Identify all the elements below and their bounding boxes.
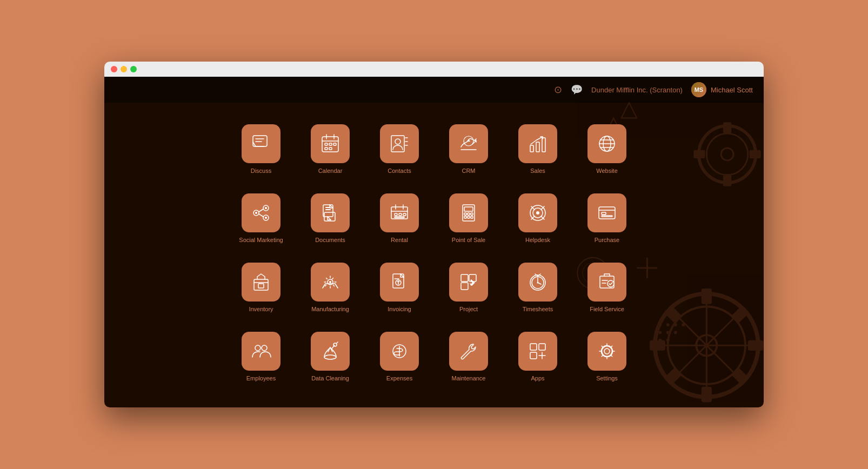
svg-rect-82 <box>395 213 397 216</box>
app-item-helpdesk[interactable]: Helpdesk <box>511 193 565 247</box>
purchase-label: Purchase <box>595 237 619 244</box>
svg-rect-110 <box>461 283 468 290</box>
rental-label: Rental <box>391 237 408 244</box>
svg-point-120 <box>255 345 261 351</box>
app-item-manufacturing[interactable]: Manufacturing <box>303 263 357 317</box>
svg-point-124 <box>333 343 337 346</box>
svg-point-121 <box>262 345 267 351</box>
avatar-image: MS <box>691 82 706 97</box>
app-item-project[interactable]: Project <box>442 263 496 317</box>
purchase-icon[interactable] <box>587 193 626 232</box>
minimize-button[interactable] <box>121 66 127 72</box>
app-item-inventory[interactable]: Inventory <box>234 263 288 317</box>
svg-line-69 <box>259 209 263 212</box>
app-item-calendar[interactable]: Calendar <box>303 124 357 178</box>
svg-rect-50 <box>325 148 328 150</box>
app-item-data-cleaning[interactable]: Data Cleaning <box>303 332 357 386</box>
svg-rect-127 <box>530 344 537 350</box>
timesheets-label: Timesheets <box>523 306 553 313</box>
user-menu[interactable]: MS Michael Scott <box>691 82 753 97</box>
website-icon[interactable] <box>587 124 626 163</box>
app-item-timesheets[interactable]: Timesheets <box>511 263 565 317</box>
svg-rect-101 <box>254 279 268 290</box>
maximize-button[interactable] <box>130 66 137 72</box>
app-item-crm[interactable]: CRM <box>442 124 496 178</box>
svg-rect-47 <box>325 143 328 145</box>
app-item-field-service[interactable]: Field Service <box>580 263 634 317</box>
svg-rect-83 <box>399 213 402 216</box>
timesheets-icon[interactable] <box>518 263 557 302</box>
documents-label: Documents <box>315 237 345 244</box>
svg-point-122 <box>324 355 336 359</box>
svg-rect-99 <box>602 212 606 215</box>
app-item-expenses[interactable]: Expenses <box>372 332 426 386</box>
topbar: ⊙ 💬 Dunder Mifflin Inc. (Scranton) MS Mi… <box>104 77 764 103</box>
field-service-icon[interactable] <box>587 263 626 302</box>
maintenance-icon[interactable] <box>449 332 488 371</box>
chat-icon[interactable]: 💬 <box>571 84 583 96</box>
settings-icon[interactable] <box>587 332 626 371</box>
traffic-lights <box>111 66 137 72</box>
maintenance-label: Maintenance <box>452 375 486 382</box>
app-item-rental[interactable]: Rental <box>372 193 426 247</box>
svg-point-133 <box>602 346 612 357</box>
svg-point-96 <box>536 211 539 215</box>
sales-icon[interactable] <box>518 124 557 163</box>
svg-point-132 <box>604 349 610 354</box>
svg-rect-88 <box>464 213 466 215</box>
rental-icon[interactable] <box>380 193 419 232</box>
social-marketing-icon[interactable] <box>242 193 281 232</box>
svg-rect-87 <box>464 207 473 211</box>
project-icon[interactable] <box>449 263 488 302</box>
app-item-settings[interactable]: Settings <box>580 332 634 386</box>
close-button[interactable] <box>111 66 117 72</box>
svg-rect-109 <box>469 274 476 282</box>
crm-icon[interactable] <box>449 124 488 163</box>
inventory-icon[interactable] <box>242 263 281 302</box>
contacts-icon[interactable] <box>380 124 419 163</box>
crm-label: CRM <box>462 168 475 175</box>
app-item-sales[interactable]: Sales <box>511 124 565 178</box>
svg-point-72 <box>265 207 267 209</box>
svg-line-125 <box>337 342 338 343</box>
manufacturing-icon[interactable] <box>311 263 350 302</box>
app-item-social-marketing[interactable]: Social Marketing <box>234 193 288 247</box>
invoicing-label: Invoicing <box>388 306 411 313</box>
documents-icon[interactable] <box>311 193 350 232</box>
help-icon[interactable]: ⊙ <box>554 84 562 96</box>
app-item-contacts[interactable]: Contacts <box>372 124 426 178</box>
expenses-icon[interactable] <box>380 332 419 371</box>
apps-icon[interactable] <box>518 332 557 371</box>
helpdesk-icon[interactable] <box>518 193 557 232</box>
discuss-icon[interactable] <box>242 124 281 163</box>
app-item-employees[interactable]: Employees <box>234 332 288 386</box>
app-item-discuss[interactable]: Discuss <box>234 124 288 178</box>
project-label: Project <box>459 306 478 313</box>
app-item-documents[interactable]: Documents <box>303 193 357 247</box>
app-item-website[interactable]: Website <box>580 124 634 178</box>
data-cleaning-icon[interactable] <box>311 332 350 371</box>
app-item-purchase[interactable]: Purchase <box>580 193 634 247</box>
svg-rect-58 <box>530 145 533 152</box>
svg-rect-76 <box>325 209 331 210</box>
employees-icon[interactable] <box>242 332 281 371</box>
svg-rect-59 <box>536 142 539 152</box>
svg-point-115 <box>537 282 539 284</box>
invoicing-icon[interactable] <box>380 263 419 302</box>
svg-rect-85 <box>395 217 404 218</box>
app-window: ⊙ 💬 Dunder Mifflin Inc. (Scranton) MS Mi… <box>104 77 764 407</box>
calendar-icon[interactable] <box>311 124 350 163</box>
svg-rect-116 <box>600 276 614 288</box>
svg-point-53 <box>395 139 400 144</box>
point-of-sale-icon[interactable] <box>449 193 488 232</box>
app-item-apps[interactable]: Apps <box>511 332 565 386</box>
app-item-maintenance[interactable]: Maintenance <box>442 332 496 386</box>
main-content: Discuss Calendar Contacts <box>104 103 764 407</box>
svg-rect-129 <box>530 352 537 359</box>
user-name: Michael Scott <box>711 86 753 94</box>
svg-rect-108 <box>461 274 468 282</box>
app-grid: Discuss Calendar Contacts <box>234 124 634 386</box>
app-item-invoicing[interactable]: Invoicing <box>372 263 426 317</box>
svg-point-104 <box>329 281 331 283</box>
app-item-point-of-sale[interactable]: Point of Sale <box>442 193 496 247</box>
